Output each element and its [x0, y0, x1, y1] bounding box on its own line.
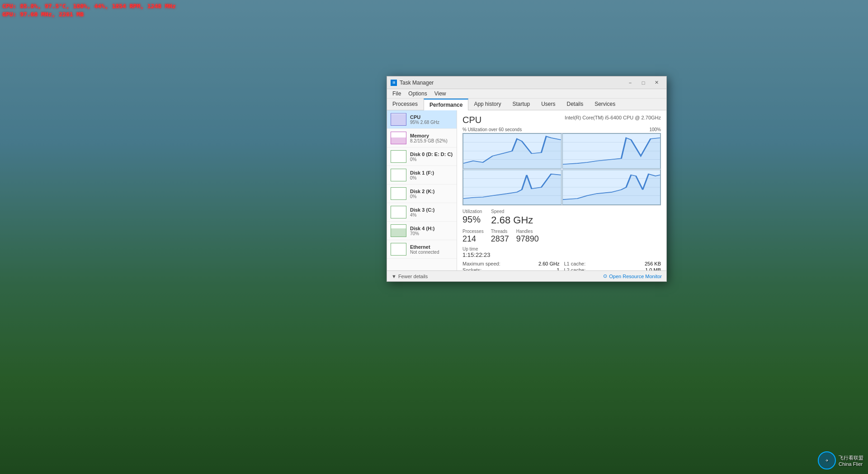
chevron-down-icon: ▼ — [392, 274, 396, 279]
close-button[interactable]: ✕ — [650, 78, 663, 87]
handles-value: 97890 — [516, 234, 539, 244]
utilization-value: 95% — [462, 214, 482, 225]
cpu-core2-chart — [463, 170, 561, 205]
ethernet-mini-graph — [391, 243, 406, 256]
fewer-details-button[interactable]: ▼ Fewer details — [392, 274, 428, 279]
window-title: Task Manager — [400, 80, 434, 86]
watermark: ✈ 飞行看联盟 China Flier — [818, 451, 863, 469]
disk0-device-val: 0% — [410, 157, 453, 162]
cpu-detail-panel: CPU Intel(R) Core(TM) i5-6400 CPU @ 2.70… — [457, 110, 666, 270]
menu-file[interactable]: File — [389, 89, 405, 98]
device-item-memory[interactable]: Memory 8.2/15.9 GB (52%) — [387, 129, 457, 147]
ethernet-info: Ethernet Not connected — [410, 244, 453, 255]
processes-label: Processes — [462, 229, 484, 234]
open-resource-monitor-link[interactable]: ⊙ Open Resource Monitor — [603, 273, 662, 279]
utilization-label: Utilization — [462, 209, 482, 214]
cpu-core1-chart — [562, 133, 661, 169]
disk2-info: Disk 2 (K:) 0% — [410, 189, 453, 199]
disk1-info: Disk 1 (F:) 0% — [410, 170, 453, 180]
max-speed-value: 2.60 GHz — [538, 261, 559, 266]
speed-group: Speed 2.68 GHz — [491, 209, 533, 226]
disk1-device-name: Disk 1 (F:) — [410, 170, 453, 175]
disk3-device-val: 4% — [410, 213, 453, 218]
l2-row: L2 cache: 1.0 MB — [564, 267, 661, 270]
title-area: ⊞ Task Manager — [391, 80, 434, 86]
disk1-device-val: 0% — [410, 175, 453, 180]
cpu-title: CPU — [462, 115, 481, 125]
tab-details[interactable]: Details — [561, 99, 589, 110]
threads-value: 2837 — [491, 234, 509, 244]
l1-row: L1 cache: 256 KB — [564, 261, 661, 266]
cpu-model: Intel(R) Core(TM) i5-6400 CPU @ 2.70GHz — [565, 115, 661, 120]
disk4-device-val: 70% — [410, 231, 453, 236]
threads-group: Threads 2837 — [491, 229, 509, 244]
chart-label: % Utilization over 60 seconds — [462, 127, 522, 132]
device-item-disk0[interactable]: Disk 0 (D: E: D: C) 0% — [387, 147, 457, 166]
device-item-disk2[interactable]: Disk 2 (K:) 0% — [387, 185, 457, 203]
device-item-disk3[interactable]: Disk 3 (C:) 4% — [387, 203, 457, 222]
device-item-cpu[interactable]: CPU 95% 2.68 GHz — [387, 110, 457, 129]
tm-body: CPU 95% 2.68 GHz Memory 8.2/15.9 GB (52%… — [387, 110, 666, 270]
titlebar: ⊞ Task Manager − □ ✕ — [387, 76, 666, 89]
cpu-device-name: CPU — [410, 114, 453, 120]
cpu-device-val: 95% 2.68 GHz — [410, 120, 453, 125]
watermark-logo: ✈ — [818, 451, 836, 469]
disk4-mini-graph — [391, 224, 406, 237]
disk3-device-name: Disk 3 (C:) — [410, 207, 453, 213]
disk4-info: Disk 4 (H:) 70% — [410, 226, 453, 236]
device-item-ethernet[interactable]: Ethernet Not connected — [387, 240, 457, 259]
device-list: CPU 95% 2.68 GHz Memory 8.2/15.9 GB (52%… — [387, 110, 457, 270]
menu-options[interactable]: Options — [405, 89, 430, 98]
sockets-label: Sockets: — [462, 267, 481, 270]
l2-label: L2 cache: — [564, 267, 586, 270]
resource-monitor-icon: ⊙ — [603, 273, 607, 279]
disk0-info: Disk 0 (D: E: D: C) 0% — [410, 152, 453, 162]
uptime-value: 1:15:22:23 — [462, 251, 661, 258]
cpu-header: CPU Intel(R) Core(TM) i5-6400 CPU @ 2.70… — [462, 115, 661, 125]
hud-line1: CPU: 85.8%, 97.5°C, 100%, 44%, 1854 RPM,… — [2, 2, 176, 10]
menu-view[interactable]: View — [431, 89, 450, 98]
memory-info: Memory 8.2/15.9 GB (52%) — [410, 133, 453, 143]
disk2-device-name: Disk 2 (K:) — [410, 189, 453, 194]
processes-value: 214 — [462, 234, 484, 244]
disk3-info: Disk 3 (C:) 4% — [410, 207, 453, 218]
minimize-button[interactable]: − — [624, 78, 637, 87]
tab-processes[interactable]: Processes — [387, 99, 424, 110]
tab-app-history[interactable]: App history — [468, 99, 507, 110]
chart-max-label: 100% — [649, 127, 661, 132]
max-speed-label: Maximum speed: — [462, 261, 500, 266]
tab-performance[interactable]: Performance — [424, 99, 468, 110]
cpu-core0-chart — [463, 133, 561, 169]
maximize-button[interactable]: □ — [637, 78, 650, 87]
tab-users[interactable]: Users — [536, 99, 561, 110]
cpu-mini-graph — [391, 113, 406, 126]
tab-services[interactable]: Services — [589, 99, 621, 110]
device-item-disk4[interactable]: Disk 4 (H:) 70% — [387, 222, 457, 240]
fewer-details-label: Fewer details — [398, 274, 428, 279]
disk0-device-name: Disk 0 (D: E: D: C) — [410, 152, 453, 157]
uptime-group: Up time 1:15:22:23 — [462, 246, 661, 258]
device-item-disk1[interactable]: Disk 1 (F:) 0% — [387, 166, 457, 185]
speed-value: 2.68 GHz — [491, 214, 533, 226]
uptime-label: Up time — [462, 246, 661, 251]
utilization-group: Utilization 95% — [462, 209, 482, 226]
cpu-stats-row: Utilization 95% Speed 2.68 GHz — [462, 209, 661, 226]
tab-bar: Processes Performance App history Startu… — [387, 99, 666, 110]
tm-footer: ▼ Fewer details ⊙ Open Resource Monitor — [387, 270, 666, 281]
window-controls: − □ ✕ — [624, 78, 663, 87]
tab-startup[interactable]: Startup — [507, 99, 536, 110]
handles-label: Handles — [516, 229, 539, 234]
task-manager-window: ⊞ Task Manager − □ ✕ File Options View P… — [387, 76, 667, 282]
process-stats-row: Processes 214 Threads 2837 Handles 97890 — [462, 229, 661, 244]
menubar: File Options View — [387, 89, 666, 99]
memory-mini-graph — [391, 132, 406, 144]
handles-group: Handles 97890 — [516, 229, 539, 244]
disk0-mini-graph — [391, 150, 406, 163]
disk2-mini-graph — [391, 187, 406, 200]
watermark-text: 飞行看联盟 China Flier — [839, 455, 863, 467]
sockets-row: Sockets: 1 — [462, 267, 560, 270]
disk4-device-name: Disk 4 (H:) — [410, 226, 453, 231]
cpu-core3-chart — [562, 170, 661, 205]
memory-device-name: Memory — [410, 133, 453, 138]
speed-label: Speed — [491, 209, 533, 214]
